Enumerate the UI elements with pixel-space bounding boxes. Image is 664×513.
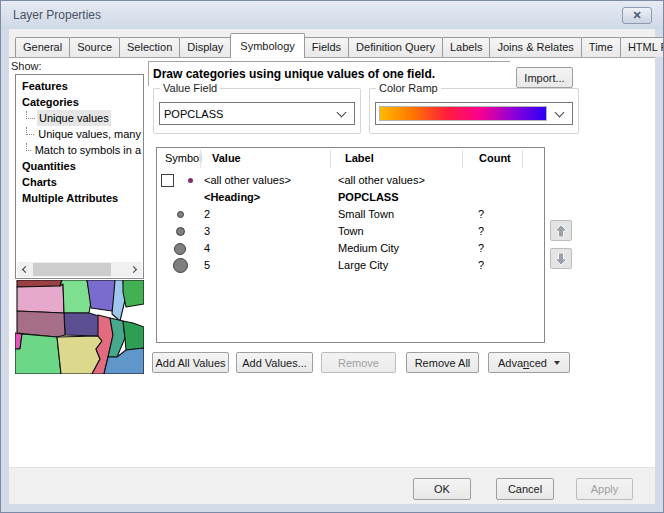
symbol-cell[interactable] xyxy=(157,223,203,240)
symbol-cell[interactable] xyxy=(157,189,203,206)
table-header: Symbol Value Label Count xyxy=(157,148,544,170)
tab-joins-relates[interactable]: Joins & Relates xyxy=(489,37,581,57)
tree-item-label: Unique values xyxy=(37,110,111,126)
count-cell: ? xyxy=(478,257,484,274)
move-up-button[interactable] xyxy=(550,220,572,241)
symbology-row[interactable]: 4Medium City? xyxy=(157,240,544,257)
tree-item-unique-values[interactable]: Unique values xyxy=(20,110,143,126)
tree-connector-icon xyxy=(26,127,34,135)
color-ramp-gradient xyxy=(379,106,547,121)
count-cell: ? xyxy=(478,206,484,223)
count-cell: ? xyxy=(478,223,484,240)
up-arrow-icon xyxy=(554,224,568,238)
symbology-row[interactable]: 5Large City? xyxy=(157,257,544,274)
header-separator xyxy=(200,150,201,168)
advanced-label-end: ced xyxy=(529,357,547,369)
symbol-cell[interactable] xyxy=(157,206,203,223)
value-cell: 2 xyxy=(204,206,210,223)
tree-item-label: Match to symbols in a xyxy=(33,142,143,158)
value-field-selected: POPCLASS xyxy=(160,108,338,120)
horizontal-scrollbar[interactable] xyxy=(17,262,142,277)
label-cell: <all other values> xyxy=(338,172,425,189)
chevron-down-icon xyxy=(337,107,347,117)
tab-general[interactable]: General xyxy=(15,37,70,57)
symbology-row[interactable]: 3Town? xyxy=(157,223,544,240)
tab-source[interactable]: Source xyxy=(69,37,120,57)
tab-fields[interactable]: Fields xyxy=(304,37,349,57)
symbol-cell[interactable] xyxy=(157,257,203,274)
point-symbol-icon xyxy=(188,178,193,183)
tree-item-label: Charts xyxy=(20,174,59,190)
tab-time[interactable]: Time xyxy=(581,37,621,57)
tab-display[interactable]: Display xyxy=(179,37,231,57)
move-down-button[interactable] xyxy=(550,248,572,269)
label-cell: Small Town xyxy=(338,206,394,223)
tree-item-multiple-attributes[interactable]: Multiple Attributes xyxy=(20,190,143,206)
tree-item-label: Quantities xyxy=(20,158,78,174)
value-field-group-label: Value Field xyxy=(160,82,220,94)
title-bar: Layer Properties ✕ xyxy=(1,1,663,29)
value-field-dropdown[interactable]: POPCLASS xyxy=(159,102,355,125)
scroll-left-button[interactable] xyxy=(17,262,32,277)
symbology-row[interactable]: <Heading>POPCLASS xyxy=(157,189,544,206)
count-cell: ? xyxy=(478,240,484,257)
all-other-values-checkbox[interactable] xyxy=(161,174,174,187)
point-symbol-icon xyxy=(177,211,184,218)
advanced-button[interactable]: Advanced xyxy=(488,352,570,373)
column-header-label: Label xyxy=(345,152,374,164)
value-cell: <all other values> xyxy=(204,172,291,189)
table-rows: <all other values><all other values><Hea… xyxy=(157,172,544,274)
show-label: Show: xyxy=(11,60,42,72)
show-tree-listbox: FeaturesCategoriesUnique valuesUnique va… xyxy=(15,74,144,279)
close-icon: ✕ xyxy=(632,10,641,21)
header-separator xyxy=(522,150,523,168)
tree-item-label: Features xyxy=(20,78,70,94)
cancel-button[interactable]: Cancel xyxy=(496,478,554,500)
tab-selection[interactable]: Selection xyxy=(119,37,180,57)
label-cell: POPCLASS xyxy=(338,189,399,206)
symbology-row[interactable]: 2Small Town? xyxy=(157,206,544,223)
tree-item-label: Unique values, many xyxy=(36,126,143,142)
point-symbol-icon xyxy=(176,227,185,236)
import-button[interactable]: Import... xyxy=(516,67,573,88)
tab-definition-query[interactable]: Definition Query xyxy=(348,37,443,57)
tree-item-quantities[interactable]: Quantities xyxy=(20,158,143,174)
tree-connector-icon xyxy=(26,111,35,119)
close-button[interactable]: ✕ xyxy=(622,7,652,24)
symbol-cell[interactable] xyxy=(157,172,203,189)
tree-item-unique-values-many[interactable]: Unique values, many xyxy=(20,126,143,142)
scroll-right-button[interactable] xyxy=(127,262,142,277)
value-cell: 5 xyxy=(204,257,210,274)
tab-symbology[interactable]: Symbology xyxy=(230,33,304,58)
window-title: Layer Properties xyxy=(13,8,101,22)
tab-html-popup[interactable]: HTML Popup xyxy=(620,37,664,57)
add-values-button[interactable]: Add Values... xyxy=(236,352,313,373)
tab-bar: GeneralSourceSelectionDisplaySymbologyFi… xyxy=(15,35,664,57)
tree-item-match-to-symbols-in-a[interactable]: Match to symbols in a xyxy=(20,142,143,158)
symbology-row[interactable]: <all other values><all other values> xyxy=(157,172,544,189)
tree-item-label: Categories xyxy=(20,94,81,110)
tree-connector-icon xyxy=(26,143,31,151)
scroll-right-icon xyxy=(130,266,137,273)
dialog-client-area: GeneralSourceSelectionDisplaySymbologyFi… xyxy=(9,29,655,504)
symbol-cell[interactable] xyxy=(157,240,203,257)
tab-labels[interactable]: Labels xyxy=(442,37,490,57)
color-ramp-group: Color Ramp xyxy=(369,88,579,134)
value-cell: <Heading> xyxy=(204,189,260,206)
add-all-values-button[interactable]: Add All Values xyxy=(152,352,229,373)
apply-button[interactable]: Apply xyxy=(576,478,633,500)
color-ramp-dropdown[interactable] xyxy=(375,102,573,125)
value-cell: 4 xyxy=(204,240,210,257)
remove-button[interactable]: Remove xyxy=(321,352,396,373)
symbology-tab-page: Show: FeaturesCategoriesUnique valuesUni… xyxy=(9,57,655,469)
color-ramp-group-label: Color Ramp xyxy=(376,82,441,94)
column-header-symbol: Symbol xyxy=(165,152,202,164)
down-arrow-icon xyxy=(554,252,568,266)
tree-item-categories[interactable]: Categories xyxy=(20,94,143,110)
ok-button[interactable]: OK xyxy=(413,478,471,500)
scrollbar-thumb[interactable] xyxy=(33,263,111,276)
remove-all-button[interactable]: Remove All xyxy=(406,352,479,373)
value-field-group: Value Field POPCLASS xyxy=(153,88,361,134)
tree-item-charts[interactable]: Charts xyxy=(20,174,143,190)
tree-item-features[interactable]: Features xyxy=(20,78,143,94)
